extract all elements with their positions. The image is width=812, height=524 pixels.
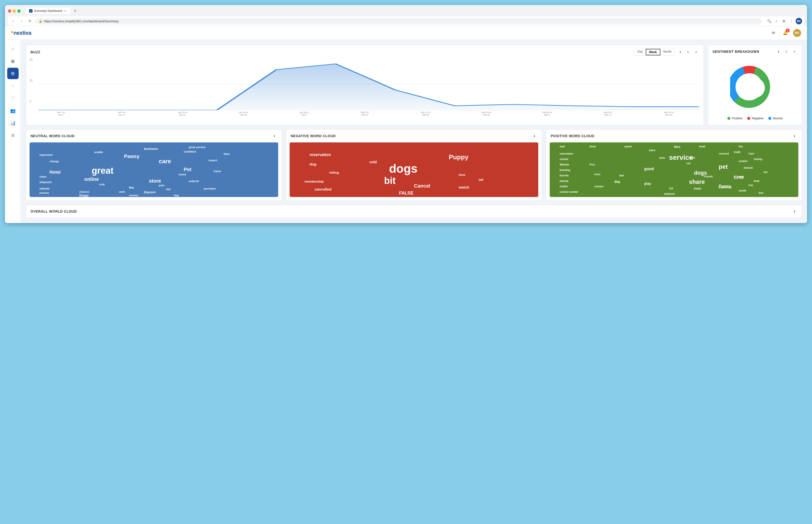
negative-cloud-header: NEGATIVE WORD CLOUD ⬇ [286,130,542,143]
sentiment-header: SENTIMENT BREAKDOWN ⬇ ↻ ✕ [708,45,802,58]
traffic-lights [8,10,21,13]
word-Doggy: Doggy [79,194,88,197]
word-playing: playing [559,180,568,183]
word-great-service: great service [189,146,206,149]
word-ordered: ordered [189,180,199,183]
overall-world-cloud-card: OVERALL WORLD CLOUD ⬇ [26,205,802,218]
donut-container: Positive Negative Neutral [708,58,802,125]
legend-neutral-label: Neutral [773,117,782,120]
negative-cloud-title: NEGATIVE WORD CLOUD [291,134,336,138]
new-tab-button[interactable]: + [71,7,78,14]
negative-word-cloud-box: dogs bit Puppy reservation dog cold tell… [290,143,538,197]
buzz-header: BUZZ Day Week Month ⬇ ↻ ✕ [26,45,703,55]
word-telling: telling [329,171,339,175]
profile-button[interactable]: BK [796,18,802,24]
word-animals: animals [744,166,753,169]
minimize-window-button[interactable] [13,10,16,13]
word-reservation-neg: reservation [309,152,331,157]
sidebar-item-people[interactable]: 👥 [7,105,19,116]
reload-button[interactable]: ↻ [27,18,33,24]
time-btn-week[interactable]: Week [646,49,660,55]
overall-cloud-title: OVERALL WORLD CLOUD [31,209,77,213]
positive-cloud-title: POSITIVE WORD CLOUD [551,134,594,138]
sidebar-item-publish[interactable]: ↑ [7,80,19,92]
app-container: nextiva ✉ 🔔 0 BK ⌂ ▣ ⊞ ↑ ♡ 👥 📊 [5,26,807,223]
sidebar-item-inbox[interactable]: ▣ [7,55,19,67]
active-tab[interactable]: x Summary Dashboard ✕ [26,8,70,14]
more-button[interactable]: ⋮ [788,18,795,24]
x-label-9: Feb 26 toMar 4 [517,111,578,116]
donut-chart [730,63,780,113]
buzz-refresh-button[interactable]: ↻ [685,49,691,55]
address-field[interactable]: 🔒 https://nextiva.simplify360.com/dashbo… [35,18,762,24]
word-mobile: mobile [559,185,568,188]
forward-button[interactable]: › [18,18,25,24]
url-text: https://nextiva.simplify360.com/dashboar… [44,19,119,23]
word-Pros: Pros [589,163,595,166]
sidebar-item-engage[interactable]: ♡ [7,93,19,104]
word-weekend: weekend [664,193,675,196]
word-Care-pos: Care [749,152,754,155]
word-pet-pos: pet [719,163,728,170]
user-avatar[interactable]: BK [793,29,801,37]
time-btn-month[interactable]: Month [660,49,675,55]
word-email: email [699,145,705,148]
positive-word-cloud-box: service pet dogs share time Pawsy good c… [550,143,798,197]
sentiment-refresh-button[interactable]: ↻ [783,49,790,54]
time-btn-day[interactable]: Day [634,49,646,55]
sidebar-item-settings[interactable]: ⚙ [7,130,19,141]
sentiment-close-button[interactable]: ✕ [791,49,797,54]
positive-word-cloud-card: POSITIVE WORD CLOUD ⬇ service pet dogs s… [546,129,802,201]
time-selector: Day Week Month [634,49,675,55]
notifications-button[interactable]: 🔔 0 [781,29,789,37]
y-label-10: 10 [30,79,33,82]
overall-cloud-download-button[interactable]: ⬇ [791,208,797,214]
browser-window: x Summary Dashboard ✕ + ‹ › ↻ 🔒 https://… [5,5,807,223]
neutral-cloud-header: NEUTRAL WORD CLOUD ⬇ [26,130,282,143]
y-label-20: 20 [30,58,33,61]
word-reservation-pos: reservation [559,152,573,155]
legend-positive-dot [727,117,730,120]
sidebar-item-home[interactable]: ⌂ [7,43,19,54]
word-good: good [644,166,654,171]
bottom-row: NEUTRAL WORD CLOUD ⬇ great care Pawsy on… [26,129,802,201]
word-live: live [739,145,743,148]
address-bar-row: ‹ › ↻ 🔒 https://nextiva.simplify360.com/… [8,16,804,26]
back-button[interactable]: ‹ [10,18,16,24]
legend-negative: Negative [747,117,763,120]
sentiment-download-button[interactable]: ⬇ [776,49,781,54]
word-checkin: check-in [79,191,90,194]
negative-cloud-download-button[interactable]: ⬇ [531,133,537,139]
word-website-n: website [39,187,49,190]
close-window-button[interactable] [8,10,11,13]
word-loved: loved [179,173,186,176]
svg-marker-3 [38,64,699,110]
word-membership: membership [305,180,324,184]
sidebar-item-dashboard[interactable]: ⊞ [7,68,19,79]
x-label-7: Feb 12 toFeb 18 [395,111,456,116]
mail-button[interactable]: ✉ [769,29,777,37]
neutral-cloud-download-button[interactable]: ⬇ [271,133,277,139]
word-Puppy-neg: Puppy [449,153,468,161]
maximize-window-button[interactable] [17,10,21,13]
buzz-download-button[interactable]: ⬇ [677,49,683,55]
bookmark-button[interactable]: ☆ [773,18,780,24]
buzz-close-button[interactable]: ✕ [693,49,699,55]
legend-negative-label: Negative [752,117,763,120]
x-label-4: Jan 22 toJan 28 [213,111,274,116]
word-online: online [84,176,99,182]
extensions-button[interactable]: ⊕ [781,18,787,24]
word-cute-pos: cute [734,150,740,154]
neutral-cloud-title: NEUTRAL WORD CLOUD [31,134,75,138]
word-day-pos: day [615,180,620,184]
positive-cloud-download-button[interactable]: ⬇ [791,133,797,139]
tab-close-button[interactable]: ✕ [64,9,67,13]
word-unable: unable [94,151,103,154]
word-Website: Website [559,163,569,166]
search-browser-button[interactable]: 🔍 [766,18,772,24]
word-place: place [649,149,656,152]
word-Friends: Friends [704,175,713,178]
overall-cloud-header: OVERALL WORLD CLOUD ⬇ [26,205,802,218]
sidebar-item-analytics[interactable]: 📊 [7,117,19,129]
x-label-5: Jan 29 toFeb 4 [274,111,335,116]
